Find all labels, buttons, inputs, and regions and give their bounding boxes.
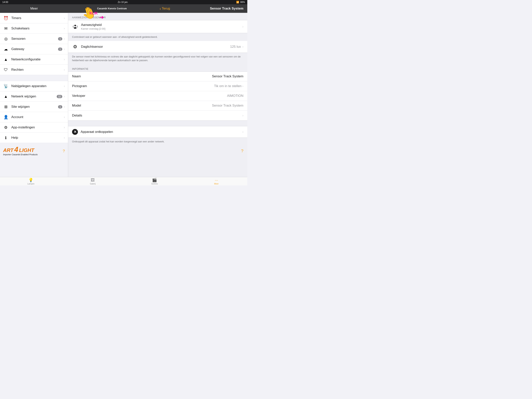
sidebar-gap — [0, 75, 68, 81]
logo-subtext: Importer Casambi Enabled Products — [3, 153, 65, 156]
gateway-badge: 1 — [58, 48, 62, 51]
chevron-icon: › — [64, 136, 65, 140]
svg-point-0 — [74, 25, 76, 26]
status-bar: 14:00 Zo 10 jan. 📶 86% — [0, 0, 247, 4]
header-app-title: Casambi Kennis Centrum — [97, 7, 127, 10]
logo-text: ART 4 LIGHT ? — [3, 146, 65, 153]
sidebar-label-site-wijzigen: Site wijzigen — [11, 105, 58, 109]
pictogram-label: Pictogram — [72, 84, 214, 88]
chevron-icon: › — [242, 45, 243, 49]
chevron-icon: › — [242, 25, 243, 28]
presence-description: Controleert wat er gebeurt wanneer aan- … — [68, 33, 247, 41]
sidebar-item-help[interactable]: ℹ Help › — [0, 133, 68, 143]
presence-sensor-icon — [72, 24, 78, 30]
tab-label-galerij: Galerij — [90, 183, 96, 185]
back-button[interactable]: ‹ Terug — [160, 7, 170, 11]
pictogram-row[interactable]: Pictogram Tik om in te stellen › — [68, 81, 247, 91]
sidebar-item-app-instellingen[interactable]: ⚙ App-instellingen › — [0, 122, 68, 133]
daylight-sensor-icon: ⚙ — [72, 44, 78, 50]
tab-label-lampen: Lampen — [27, 183, 34, 185]
chevron-icon: › — [242, 84, 243, 88]
disconnect-row[interactable]: ✕ Apparaat ontkoppelen › — [68, 126, 247, 138]
chevron-icon: › — [64, 68, 65, 71]
netwerk-wijzigen-icon: ▲ — [3, 94, 9, 99]
sidebar-label-nabijgelegen: Nabijgelegen apparaten — [11, 84, 64, 88]
sidebar-label-timers: Timers — [11, 16, 64, 20]
logo-light: LIGHT — [19, 147, 34, 153]
scenes-icon: 🎬 — [152, 178, 157, 182]
model-value: Sensor Track System — [212, 104, 243, 108]
sidebar-item-rechten[interactable]: 🛡 Rechten › — [0, 65, 68, 75]
details-label: Details — [72, 114, 242, 117]
back-chevron-icon: ‹ — [160, 7, 161, 11]
sidebar-label-app-instellingen: App-instellingen — [11, 125, 64, 129]
account-icon: 👤 — [3, 114, 9, 120]
tab-label-meer: Meer — [214, 183, 219, 185]
naam-label: Naam — [72, 74, 212, 78]
sidebar-item-sensoren[interactable]: ◎ Sensoren 1 › — [0, 34, 68, 44]
logo-main: ART — [3, 147, 13, 153]
sidebar-item-account[interactable]: 👤 Account › — [0, 112, 68, 122]
meer-icon: ··· — [215, 178, 218, 182]
tab-bar: 💡 Lampen 🖼 Galerij 🎬 Scènes ··· Meer — [0, 177, 247, 186]
sidebar-item-schakelaars[interactable]: ✉ Schakelaars › — [0, 23, 68, 34]
info-section-header: INFORMATIE — [68, 64, 247, 71]
back-label: Terug — [162, 7, 170, 11]
tab-galerij[interactable]: 🖼 Galerij — [62, 178, 124, 185]
schakelaars-icon: ✉ — [3, 26, 9, 31]
aanwezigheid-label: Aanwezigheid — [81, 23, 242, 27]
presence-card: Aanwezigheid Kamer overdag [2:00] › — [68, 20, 247, 33]
app-instellingen-icon: ⚙ — [3, 125, 9, 130]
sidebar-label-help: Help — [11, 136, 64, 140]
nabijgelegen-icon: 📡 — [3, 83, 9, 89]
logo-4: 4 — [14, 146, 18, 154]
content-spacer — [68, 121, 247, 126]
help-circle-icon[interactable]: ? — [63, 149, 65, 153]
naam-value: Sensor Track System — [212, 74, 243, 78]
site-wijzigen-icon: ⊞ — [3, 104, 9, 109]
details-row[interactable]: Details › — [68, 111, 247, 120]
daglichtsensor-label: Daglichtsensor — [81, 45, 230, 49]
main-layout: ⏰ Timers › ✉ Schakelaars › ◎ Sensoren 1 … — [0, 13, 247, 177]
aanwezigheid-row[interactable]: Aanwezigheid Kamer overdag [2:00] › — [68, 20, 247, 33]
chevron-icon: › — [64, 16, 65, 20]
tab-scenes[interactable]: 🎬 Scènes — [124, 178, 186, 185]
battery-indicator: 86% — [240, 1, 245, 4]
chevron-icon: › — [242, 114, 243, 117]
tab-label-scenes: Scènes — [151, 183, 158, 185]
header-center: Casambi Kennis Centrum — [68, 7, 156, 10]
sidebar-item-gateway[interactable]: ☁ Gateway 1 › — [0, 44, 68, 54]
sensoren-icon: ◎ — [3, 36, 9, 41]
disconnect-label: Apparaat ontkoppelen — [81, 130, 242, 134]
daglichtsensor-row[interactable]: ⚙ Daglichtsensor 125 lux › — [68, 41, 247, 53]
disconnect-icon: ✕ — [72, 129, 78, 135]
sidebar-item-netwerkconfiguratie[interactable]: ▲ Netwerkconfiguratie › — [0, 54, 68, 65]
chevron-icon: › — [64, 27, 65, 30]
verkoper-label: Verkoper — [72, 94, 227, 98]
sidebar-item-site-wijzigen[interactable]: ⊞ Site wijzigen 1 › — [0, 102, 68, 112]
tab-meer[interactable]: ··· Meer — [186, 178, 247, 185]
sidebar: ⏰ Timers › ✉ Schakelaars › ◎ Sensoren 1 … — [0, 13, 68, 177]
chevron-icon: › — [64, 95, 65, 98]
netwerk-wijzigen-badge: 32 — [57, 95, 62, 98]
sidebar-label-netwerkconfiguratie: Netwerkconfiguratie — [11, 58, 64, 61]
site-wijzigen-badge: 1 — [58, 105, 62, 109]
chevron-icon: › — [64, 126, 65, 129]
presence-section-header: AANWEZIGHEIDSSENSOR — [68, 13, 247, 20]
netwerk-config-icon: ▲ — [3, 57, 9, 62]
content-panel: AANWEZIGHEIDSSENSOR Aanwezigheid — [68, 13, 247, 177]
sidebar-item-timers[interactable]: ⏰ Timers › — [0, 13, 68, 23]
header-left-title: Meer — [30, 7, 38, 11]
sidebar-item-netwerk-wijzigen[interactable]: ▲ Netwerk wijzigen 32 › — [0, 91, 68, 102]
model-label: Model — [72, 104, 212, 108]
status-time: 14:00 — [2, 1, 8, 4]
content-help-icon[interactable]: ? — [241, 148, 243, 154]
tab-lampen[interactable]: 💡 Lampen — [0, 178, 62, 185]
chevron-icon: › — [64, 115, 65, 119]
sidebar-item-nabijgelegen[interactable]: 📡 Nabijgelegen apparaten › — [0, 81, 68, 91]
verkoper-row: Verkoper AIMOTION — [68, 91, 247, 101]
pictogram-value: Tik om in te stellen › — [214, 84, 243, 88]
model-row: Model Sensor Track System — [68, 101, 247, 111]
help-icon: ℹ — [3, 135, 9, 141]
sidebar-label-gateway: Gateway — [11, 47, 58, 51]
